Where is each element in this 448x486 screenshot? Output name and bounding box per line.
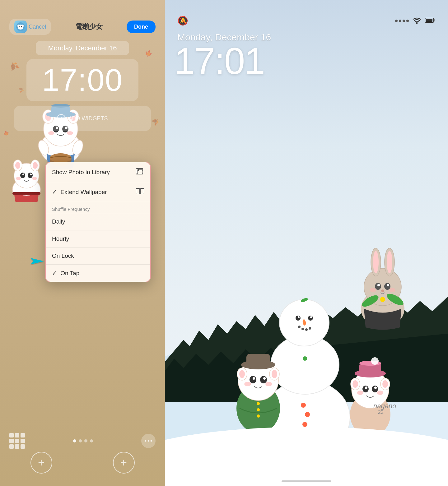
status-bar: 🔕 — [165, 0, 448, 29]
grid-dot — [21, 439, 25, 443]
svg-rect-41 — [137, 170, 143, 174]
on-tap-checkmark: ✓ — [52, 270, 58, 276]
photo-library-icon — [136, 168, 144, 176]
hourly-menu-item[interactable]: Hourly — [46, 230, 150, 248]
page-dot-2 — [79, 439, 82, 442]
svg-rect-43 — [136, 188, 140, 194]
top-bar: Cancel 電獺少女 Done — [0, 0, 165, 38]
app-logo-svg — [16, 22, 25, 31]
svg-point-57 — [305, 412, 310, 417]
svg-point-68 — [305, 328, 308, 331]
grid-dot — [15, 439, 19, 443]
svg-point-81 — [260, 376, 267, 383]
bottom-navigation — [0, 433, 165, 449]
svg-point-120 — [380, 297, 385, 302]
signal-dot — [406, 20, 409, 22]
extend-checkmark: ✓ — [52, 189, 58, 195]
svg-point-36 — [30, 174, 32, 175]
signal-dot — [399, 20, 401, 22]
svg-point-35 — [22, 174, 24, 175]
add-left-button[interactable]: + — [30, 452, 52, 474]
svg-point-83 — [263, 377, 266, 380]
winter-scene-svg: nagano 22 — [165, 160, 448, 486]
leaf-decoration: 🍁 — [144, 49, 154, 58]
svg-point-115 — [377, 284, 380, 286]
svg-point-38 — [32, 177, 37, 180]
svg-point-21 — [48, 131, 54, 135]
grid-view-button[interactable] — [9, 433, 25, 449]
svg-point-62 — [308, 316, 313, 321]
leaf-decoration: 🍂 — [150, 117, 160, 126]
arrow-icon — [28, 255, 47, 267]
daily-menu-item[interactable]: Daily — [46, 213, 150, 230]
svg-point-94 — [371, 357, 379, 365]
grid-dot — [9, 439, 14, 443]
add-widgets-button[interactable]: + ADD WIDGETS — [57, 114, 108, 123]
daily-label: Daily — [52, 218, 65, 225]
svg-point-66 — [298, 326, 301, 328]
svg-point-98 — [382, 380, 388, 388]
extend-wallpaper-row: ✓ Extend Wallpaper — [52, 188, 107, 196]
page-indicator — [73, 439, 93, 442]
svg-point-32 — [33, 162, 38, 169]
svg-point-86 — [257, 402, 260, 405]
svg-point-103 — [357, 391, 363, 395]
svg-point-56 — [301, 403, 306, 408]
svg-point-47 — [148, 440, 149, 442]
svg-point-87 — [257, 408, 260, 411]
page-dot-4 — [90, 439, 93, 442]
svg-point-34 — [28, 173, 33, 178]
svg-rect-75 — [246, 354, 270, 366]
grid-dot — [9, 444, 14, 449]
app-title: 電獺少女 — [75, 22, 103, 31]
plus-icon: + — [57, 114, 66, 123]
add-right-button[interactable]: + — [113, 452, 135, 474]
svg-point-58 — [302, 422, 307, 427]
svg-text:nagano: nagano — [373, 402, 396, 410]
svg-point-6 — [17, 25, 19, 27]
notification-bell-icon: 🔕 — [177, 16, 188, 26]
svg-point-7 — [22, 25, 24, 27]
svg-point-26 — [50, 153, 72, 163]
svg-point-102 — [374, 386, 377, 389]
svg-point-119 — [381, 289, 384, 292]
cancel-button[interactable]: Cancel — [9, 19, 51, 35]
svg-point-67 — [301, 328, 304, 330]
svg-point-69 — [309, 327, 311, 330]
signal-icon — [395, 20, 409, 22]
extend-wallpaper-menu-item[interactable]: ✓ Extend Wallpaper — [46, 182, 150, 202]
leaf-decoration: 🍁 — [2, 130, 10, 137]
svg-point-100 — [372, 386, 378, 392]
svg-point-78 — [239, 370, 245, 378]
svg-point-101 — [365, 386, 367, 389]
on-tap-menu-item[interactable]: ✓ On Tap — [46, 265, 150, 282]
done-button[interactable]: Done — [127, 21, 156, 33]
hourly-label: Hourly — [52, 235, 69, 242]
svg-rect-51 — [426, 19, 432, 22]
svg-point-31 — [15, 162, 20, 169]
svg-point-123 — [165, 427, 448, 486]
svg-point-109 — [373, 251, 379, 273]
on-tap-label: On Tap — [60, 270, 79, 276]
widget-area[interactable]: + ADD WIDGETS — [14, 106, 151, 131]
right-phone-panel: 🔕 — [165, 0, 448, 486]
three-dots-icon — [145, 440, 152, 442]
app-icon — [14, 21, 27, 33]
svg-point-48 — [151, 440, 152, 442]
shuffle-frequency-label: Shuffle Frequency — [46, 202, 150, 213]
page-dot-1 — [73, 439, 76, 442]
right-time-display: 17:01 — [165, 39, 448, 82]
svg-point-33 — [20, 173, 25, 178]
status-bar-left: 🔕 — [177, 16, 188, 26]
signal-dot — [403, 20, 405, 22]
svg-point-113 — [375, 283, 381, 290]
svg-point-118 — [389, 288, 395, 292]
svg-point-79 — [272, 370, 277, 378]
grid-dot — [15, 444, 19, 449]
extend-wallpaper-label: Extend Wallpaper — [60, 189, 107, 195]
show-photo-menu-item[interactable]: Show Photo in Library — [46, 162, 150, 182]
bottom-add-buttons: + + — [0, 452, 165, 474]
more-options-button[interactable] — [141, 434, 156, 448]
svg-point-88 — [257, 414, 260, 418]
on-lock-menu-item[interactable]: On Lock — [46, 248, 150, 265]
